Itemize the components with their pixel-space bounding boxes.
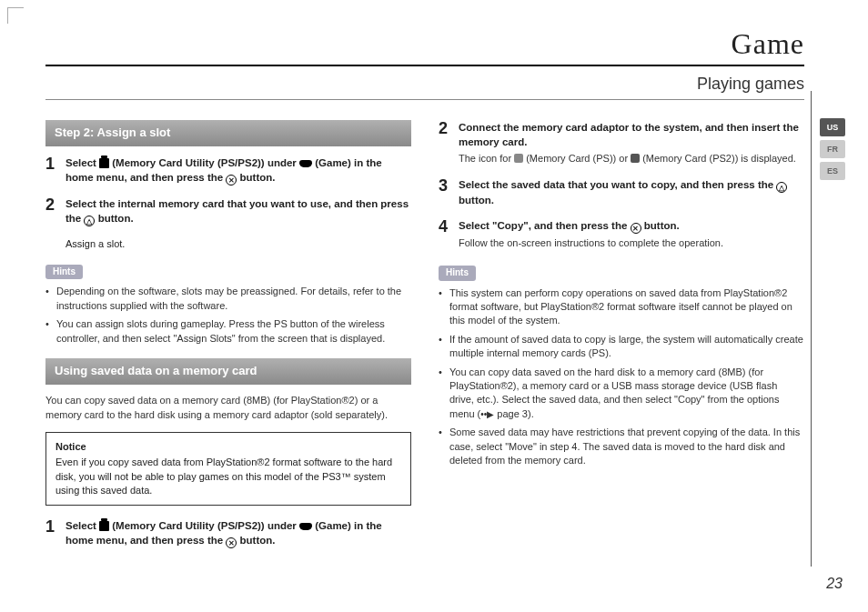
hints-label: Hints: [45, 265, 83, 280]
t: (Memory Card (PS2)) is displayed.: [640, 153, 796, 164]
step-body: Select the internal memory card that you…: [66, 196, 411, 226]
step-1b: 1 Select (Memory Card Utility (PS/PS2)) …: [45, 518, 411, 548]
step-text: Select (Memory Card Utility (PS/PS2)) un…: [66, 156, 411, 186]
t: button.: [641, 220, 680, 231]
step-subtext: The icon for (Memory Card (PS)) or (Memo…: [459, 152, 804, 166]
step-number: 3: [439, 177, 459, 207]
header: Game: [45, 27, 804, 66]
step-text: Connect the memory card adaptor to the s…: [459, 120, 804, 149]
t: button.: [237, 172, 275, 183]
hints-list: This system can perform copy operations …: [439, 286, 804, 468]
triangle-button-icon: △: [776, 182, 787, 193]
columns: Step 2: Assign a slot 1 Select (Memory C…: [45, 120, 804, 559]
notice-body: Even if you copy saved data from PlaySta…: [56, 456, 401, 497]
x-button-icon: ✕: [226, 175, 237, 186]
step-number: 2: [45, 196, 66, 226]
t: (Memory Card Utility (PS/PS2)) under: [109, 520, 299, 531]
subtitle: Playing games: [697, 75, 804, 94]
step-4r: 4 Select "Copy", and then press the ✕ bu…: [439, 218, 804, 251]
step-number: 2: [439, 120, 459, 166]
game-pad-icon: [299, 160, 312, 167]
lang-tab-us[interactable]: US: [820, 118, 845, 136]
step-number: 1: [45, 156, 66, 186]
lang-tab-fr[interactable]: FR: [820, 140, 845, 158]
section-bar-saved-data: Using saved data on a memory card: [45, 358, 411, 385]
triangle-button-icon: △: [84, 216, 95, 226]
step-subtext: Follow the on-screen instructions to com…: [459, 236, 804, 251]
t: Select: [66, 157, 99, 168]
hint-item: Depending on the software, slots may be …: [45, 285, 411, 313]
paragraph: You can copy saved data on a memory card…: [45, 394, 411, 423]
t: Select "Copy", and then press the: [459, 220, 631, 231]
step-number: 4: [439, 218, 459, 251]
step-text: Select the internal memory card that you…: [66, 196, 411, 226]
hint-item: Some saved data may have restrictions th…: [439, 426, 804, 467]
step-subtext: Assign a slot.: [66, 237, 411, 252]
subtitle-row: Playing games: [45, 69, 804, 100]
notice-title: Notice: [56, 440, 401, 454]
memory-card-icon: [99, 158, 109, 168]
language-tabs: US FR ES: [820, 118, 845, 180]
section-bar-step2: Step 2: Assign a slot: [45, 120, 411, 146]
step-number: 1: [45, 518, 66, 548]
t: Select: [66, 520, 99, 531]
hint-item: This system can perform copy operations …: [439, 286, 804, 328]
page: Game Playing games Step 2: Assign a slot…: [0, 0, 868, 612]
t: button.: [95, 213, 133, 224]
margin-rule: [811, 91, 812, 567]
t: Select the saved data that you want to c…: [459, 179, 776, 190]
hint-item: You can assign slots during gameplay. Pr…: [45, 317, 411, 346]
game-pad-icon: [299, 523, 312, 530]
step-2r: 2 Connect the memory card adaptor to the…: [439, 120, 804, 166]
t: The icon for: [459, 153, 514, 164]
x-button-icon: ✕: [226, 537, 237, 548]
step-body: Select "Copy", and then press the ✕ butt…: [459, 218, 804, 251]
step-text: Select the saved data that you want to c…: [459, 177, 804, 207]
t: page 3).: [494, 408, 533, 419]
step-3r: 3 Select the saved data that you want to…: [439, 177, 804, 207]
lang-tab-es[interactable]: ES: [820, 162, 845, 180]
left-column: Step 2: Assign a slot 1 Select (Memory C…: [45, 120, 411, 559]
memory-card-ps-icon: [514, 154, 523, 163]
x-button-icon: ✕: [631, 223, 641, 234]
header-title: Game: [45, 27, 804, 61]
hint-item: You can copy data saved on the hard disk…: [439, 366, 804, 422]
step-1: 1 Select (Memory Card Utility (PS/PS2)) …: [45, 156, 411, 186]
step-text: Select "Copy", and then press the ✕ butt…: [459, 218, 804, 234]
t: button.: [237, 535, 275, 546]
hints-label: Hints: [439, 266, 476, 281]
memory-card-ps2-icon: [631, 154, 640, 163]
t: (Memory Card (PS)) or: [523, 153, 631, 164]
hint-item: If the amount of saved data to copy is l…: [439, 333, 804, 361]
step-body: Connect the memory card adaptor to the s…: [459, 120, 804, 166]
memory-card-icon: [99, 521, 109, 531]
page-number: 23: [826, 576, 843, 592]
page-ref-icon: ••▶: [480, 409, 494, 419]
right-column: 2 Connect the memory card adaptor to the…: [439, 120, 804, 559]
step-2: 2 Select the internal memory card that y…: [45, 196, 411, 226]
notice-box: Notice Even if you copy saved data from …: [45, 432, 411, 507]
t: button.: [459, 195, 494, 206]
step-text: Select (Memory Card Utility (PS/PS2)) un…: [66, 518, 411, 548]
t: (Memory Card Utility (PS/PS2)) under: [109, 157, 299, 168]
hints-list: Depending on the software, slots may be …: [45, 285, 411, 346]
